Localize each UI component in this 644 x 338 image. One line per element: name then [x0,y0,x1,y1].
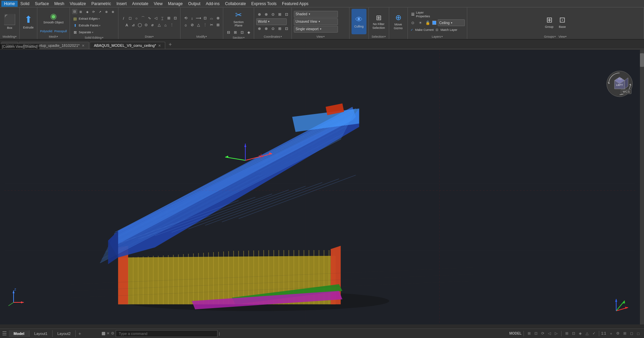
coord-btn-2[interactable]: ⊗ [263,12,269,18]
menu-visualize[interactable]: Visualize [67,1,89,7]
nav-cube[interactable]: LEFT TOP WCS [606,70,633,97]
coord-btn-4[interactable]: ⊞ [277,12,283,18]
tab-abaqus[interactable]: ABAQUS_MODEL_V9_corru_ceiling* ✕ [90,42,165,49]
draw-btn-8[interactable]: ⊞ [166,15,172,21]
menu-manage[interactable]: Manage [165,1,185,7]
draw-btn-14[interactable]: ⌀ [150,22,156,28]
extrude-faces-icon[interactable]: ⬆ [72,22,78,29]
extrude-faces-button[interactable]: Extrude Faces [79,24,98,27]
model-tab[interactable]: Model [9,330,30,337]
shaded-dropdown[interactable]: Shaded ▾ [294,11,338,18]
layout-add-button[interactable]: + [76,330,84,338]
layer-vis-btn[interactable]: ⊙ [410,20,416,26]
make-current-button[interactable]: Make Current [415,28,434,32]
section-sub-btn-3[interactable]: ⊡ [239,29,245,35]
section-label[interactable]: Section ▾ [233,36,245,39]
mod-btn-5[interactable]: ⌓ [208,15,214,21]
edit-btn-6[interactable]: ⊕ [103,9,110,15]
solid-editing-label[interactable]: Solid Editing ▾ [85,36,103,39]
smooth-object-button[interactable]: ◉ Smooth Object [43,9,64,27]
separate-button[interactable]: Separate [79,31,91,34]
draw-btn-17[interactable]: ⋮ [169,22,175,28]
layer-properties-button[interactable]: ≡ LayerProperties [410,10,432,19]
mod-btn-12[interactable]: ⊞ [215,22,221,28]
coord-btn-7[interactable]: ⊗ [263,26,269,32]
menu-home[interactable]: Home [1,1,18,7]
edit-btn-1[interactable]: ⊟ [72,9,77,14]
menu-addins[interactable]: Add-ins [203,1,223,7]
mod-btn-6[interactable]: ⊗ [215,15,221,21]
menu-parametric[interactable]: Parametric [89,1,114,7]
draw-btn-16[interactable]: ⌂ [163,22,169,28]
status-icon-4[interactable]: ◁ [546,331,552,337]
menu-featured-apps[interactable]: Featured Apps [279,1,311,7]
scrollbar-thumb[interactable] [640,53,644,67]
draw-btn-4[interactable]: ⌒ [140,15,146,21]
mod-btn-7[interactable]: ⌽ [183,22,189,28]
status-icon-10[interactable]: ✓ [591,331,597,337]
mesh-section-label[interactable]: Mesh ▾ [49,35,58,38]
draw-btn-10[interactable]: A [124,22,130,28]
section-sub-btn-4[interactable]: ◈ [246,29,252,35]
draw-btn-2[interactable]: ◻ [127,15,133,21]
status-icon-1[interactable]: ⊞ [526,331,532,337]
draw-btn-7[interactable]: ⌶ [159,15,165,21]
no-filter-button[interactable]: ⊞ No FilterSelection [371,9,386,34]
tab-abaqus-close[interactable]: ✕ [158,44,161,48]
coord-btn-8[interactable]: ⊙ [270,26,276,32]
coord-btn-1[interactable]: ⊕ [256,12,262,18]
draw-btn-13[interactable]: ⊙ [143,22,149,28]
cmd-close-icon[interactable]: ✕ [107,331,110,336]
edit-btn-3[interactable]: ◈ [84,9,90,15]
menu-solid[interactable]: Solid [18,1,32,7]
draw-btn-15[interactable]: △ [156,22,162,28]
mod-btn-4[interactable]: ⊡ [202,15,208,21]
mod-btn-10[interactable]: ⋮ [202,22,208,28]
mod-btn-1[interactable]: ⟲ [183,15,189,21]
vertical-scrollbar[interactable] [640,50,644,324]
edit-btn-2[interactable]: ⊞ [78,9,84,15]
menu-express-tools[interactable]: Express Tools [249,1,279,7]
status-icon-14[interactable]: ◻ [628,331,634,337]
draw-btn-3[interactable]: ○ [133,15,139,21]
mod-btn-2[interactable]: ↕ [189,15,195,21]
groups-label[interactable]: Groups ▾ [544,35,556,38]
viewport[interactable]: LEFT TOP WCS Z [0,50,640,324]
layer-name-dropdown[interactable]: Ceiling ▾ [438,19,465,26]
section-sub-btn-2[interactable]: ⊞ [232,29,238,35]
layout1-tab[interactable]: Layout1 [30,330,53,337]
status-icon-9[interactable]: △ [584,331,590,337]
match-layer-button[interactable]: Match Layer [440,28,457,32]
status-icon-15[interactable]: □ [635,331,641,337]
world-dropdown[interactable]: World ▾ [256,18,287,25]
mod-btn-9[interactable]: △ [195,22,202,28]
layers-section-label[interactable]: Layers ▾ [432,35,443,38]
status-icon-2[interactable]: ⊡ [533,331,539,337]
menu-collaborate[interactable]: Collaborate [222,1,248,7]
selection-section-label[interactable]: Selection ▾ [372,35,386,38]
status-icon-7[interactable]: ⊡ [570,331,576,337]
tab-behlen-close[interactable]: ✕ [82,44,84,48]
mod-btn-8[interactable]: ⊘ [189,22,195,28]
draw-btn-1[interactable]: / [120,15,127,21]
menu-surface[interactable]: Surface [32,1,52,7]
coord-btn-5[interactable]: ⊡ [283,12,289,18]
single-viewport-dropdown[interactable]: Single viewport ▾ [294,26,338,33]
draw-btn-9[interactable]: ⊡ [172,15,178,21]
menu-insert[interactable]: Insert [114,1,129,7]
move-gizmo-button[interactable]: ⊕ MoveGizmo [393,9,404,34]
separate-icon[interactable]: ⊠ [72,29,78,35]
tab-add-button[interactable]: + [166,40,174,49]
menu-mesh[interactable]: Mesh [52,1,67,7]
modeling-label[interactable]: Modeling ▾ [3,35,17,38]
status-icon-12[interactable]: ⚙ [615,331,621,337]
status-icon-5[interactable]: ▷ [553,331,559,337]
hamburger-icon[interactable]: ☰ [0,330,9,337]
edit-btn-5[interactable]: ↗ [97,9,103,15]
presspull-button[interactable]: Presspull [54,28,68,34]
coord-btn-3[interactable]: ⊙ [270,12,276,18]
base-button[interactable]: ⊡ Base [557,14,568,30]
status-icon-11[interactable]: + [608,331,614,337]
coord-btn-10[interactable]: ⊡ [283,26,289,32]
view-section-label[interactable]: View ▾ [316,35,324,38]
